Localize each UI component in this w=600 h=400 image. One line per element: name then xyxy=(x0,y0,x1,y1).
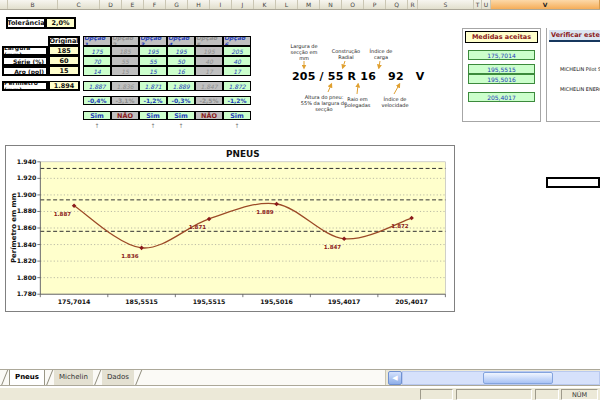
pneus-chart: 1.7801.8001.8201.8401.8601.8801.9001.920… xyxy=(5,145,455,312)
option-value-cell[interactable]: 55 xyxy=(139,56,167,66)
original-value-cell[interactable]: 60 xyxy=(48,56,80,66)
tolerance-value-cell[interactable]: 2,0% xyxy=(46,17,76,29)
option-header-3[interactable]: Opção 3 xyxy=(139,36,167,46)
accepted-measure-cell[interactable]: 195,5515 xyxy=(468,64,535,74)
option-value-cell[interactable]: 50 xyxy=(167,56,195,66)
accepted-flag-cell[interactable]: Sim xyxy=(167,111,195,120)
column-header-f[interactable]: F xyxy=(144,0,166,9)
option-value-cell[interactable]: 17 xyxy=(195,66,223,76)
accepted-flag-cell[interactable]: Sim xyxy=(83,111,111,120)
column-header-e[interactable]: E xyxy=(122,0,144,9)
column-headers: BCDEFGHIJKLMNOPQRSTUV xyxy=(0,0,600,10)
accepted-measure-cell[interactable]: 175,7014 xyxy=(468,50,535,60)
y-tick-label: 1.780 xyxy=(17,290,37,297)
option-value-cell[interactable]: 70 xyxy=(83,56,111,66)
column-header-c[interactable]: C xyxy=(58,0,100,9)
column-header-t[interactable]: T xyxy=(474,0,482,9)
column-header-l[interactable]: L xyxy=(276,0,298,9)
scrollbar-track[interactable] xyxy=(402,371,600,385)
column-header-j[interactable]: J xyxy=(232,0,254,9)
perimeter-value-cell[interactable]: 1.836 xyxy=(111,81,139,91)
option-header-6[interactable]: Opção 6 xyxy=(223,36,251,46)
column-header-i[interactable]: I xyxy=(210,0,232,9)
column-header-m[interactable]: M xyxy=(298,0,320,9)
option-value-cell[interactable]: 55 xyxy=(111,56,139,66)
perimeter-value-cell[interactable]: 1.847 xyxy=(195,81,223,91)
sheet-tab-pneus[interactable]: Pneus xyxy=(9,370,45,386)
perimeter-original-cell[interactable]: 1.894 xyxy=(48,81,80,91)
perimeter-value-cell[interactable]: 1.887 xyxy=(83,81,111,91)
scrollbar-thumb[interactable] xyxy=(483,372,553,384)
delta-percent-cell[interactable]: -1,2% xyxy=(139,96,167,105)
option-value-cell[interactable]: 40 xyxy=(223,56,251,66)
option-value-cell[interactable]: 195 xyxy=(195,46,223,56)
column-header-q[interactable]: Q xyxy=(386,0,408,9)
column-header-k[interactable]: K xyxy=(254,0,276,9)
delta-percent-cell[interactable]: -0,3% xyxy=(167,96,195,105)
sheet-tab-dados[interactable]: Dados xyxy=(102,370,134,386)
label-rim-inches: Raio em polegadas xyxy=(341,96,374,108)
tab-separator xyxy=(1,370,8,386)
delta-percent-cell[interactable]: -1,2% xyxy=(223,96,251,105)
column-header-d[interactable]: D xyxy=(100,0,122,9)
option-value-cell[interactable]: 40 xyxy=(195,56,223,66)
column-header-u[interactable]: U xyxy=(482,0,491,9)
perimeter-value-cell[interactable]: 1.872 xyxy=(223,81,251,91)
x-tick-label: 175,7014 xyxy=(58,298,91,305)
original-column-header[interactable]: Original xyxy=(48,36,80,46)
accepted-measure-cell[interactable]: 205,4017 xyxy=(468,92,535,102)
original-value-cell[interactable]: 15 xyxy=(48,66,80,76)
original-value-cell[interactable]: 185 xyxy=(48,46,80,56)
option-value-cell[interactable]: 15 xyxy=(139,66,167,76)
option-value-cell[interactable]: 14 xyxy=(83,66,111,76)
accepted-measures-box: Medidas aceitas 175,7014195,5515195,5016… xyxy=(462,28,541,122)
sheet-tab-michelin[interactable]: Michelin xyxy=(54,370,93,386)
accepted-flag-cell[interactable]: Sim xyxy=(223,111,251,120)
delta-percent-cell[interactable]: -3,1% xyxy=(111,96,139,105)
accepted-flag-cell[interactable]: NÃO xyxy=(195,111,223,120)
option-header-2[interactable]: Opção 2 xyxy=(111,36,139,46)
column-header-v[interactable]: V xyxy=(491,0,600,9)
michelin-line-1: MICHELIN Pilot S xyxy=(560,66,600,72)
data-point-label: 1.847 xyxy=(324,244,342,250)
up-arrow-marker: ↑ xyxy=(139,121,167,129)
option-value-cell[interactable]: 195 xyxy=(167,46,195,56)
column-header-n[interactable]: N xyxy=(320,0,342,9)
table-corner xyxy=(2,36,48,46)
data-point-label: 1.887 xyxy=(54,211,72,217)
y-tick-label: 1.820 xyxy=(17,257,37,264)
option-header-5[interactable]: Opção 5 xyxy=(195,36,223,46)
option-value-cell[interactable]: 175 xyxy=(83,46,111,56)
option-value-cell[interactable]: 205 xyxy=(223,46,251,56)
column-header-g[interactable]: G xyxy=(166,0,188,9)
column-header-o[interactable]: O xyxy=(342,0,364,9)
tolerance-label: Tolerância xyxy=(6,17,46,29)
column-header-h[interactable]: H xyxy=(188,0,210,9)
perimeter-value-cell[interactable]: 1.871 xyxy=(139,81,167,91)
y-tick-label: 1.840 xyxy=(17,241,37,248)
option-value-cell[interactable]: 185 xyxy=(111,46,139,56)
column-header-p[interactable]: P xyxy=(364,0,386,9)
option-value-cell[interactable]: 195 xyxy=(139,46,167,56)
accepted-flag-cell[interactable]: Sim xyxy=(139,111,167,120)
accepted-flag-cell[interactable]: NÃO xyxy=(111,111,139,120)
drawing-rectangle[interactable] xyxy=(546,177,600,188)
option-value-cell[interactable]: 16 xyxy=(167,66,195,76)
column-header-b[interactable]: B xyxy=(8,0,58,9)
column-header-r[interactable]: R xyxy=(408,0,418,9)
horizontal-scrollbar[interactable]: ◀ xyxy=(388,371,600,385)
option-value-cell[interactable]: 15 xyxy=(111,66,139,76)
tire-code-diagram: Largura de secção em mm Construção Radia… xyxy=(274,42,414,124)
column-header-s[interactable]: S xyxy=(418,0,474,9)
label-radial-construction: Construção Radial xyxy=(329,48,363,60)
delta-percent-cell[interactable]: -2,5% xyxy=(195,96,223,105)
worksheet[interactable]: Tolerância 2,0% OriginalOpção 1Opção 2Op… xyxy=(0,10,600,369)
perimeter-value-cell[interactable]: 1.889 xyxy=(167,81,195,91)
accepted-measure-cell[interactable]: 195,5016 xyxy=(468,74,535,84)
spacer xyxy=(2,121,83,131)
delta-percent-cell[interactable]: -0,4% xyxy=(83,96,111,105)
option-header-4[interactable]: Opção 4 xyxy=(167,36,195,46)
scroll-left-arrow-icon[interactable]: ◀ xyxy=(388,371,402,385)
option-header-1[interactable]: Opção 1 xyxy=(83,36,111,46)
option-value-cell[interactable]: 17 xyxy=(223,66,251,76)
